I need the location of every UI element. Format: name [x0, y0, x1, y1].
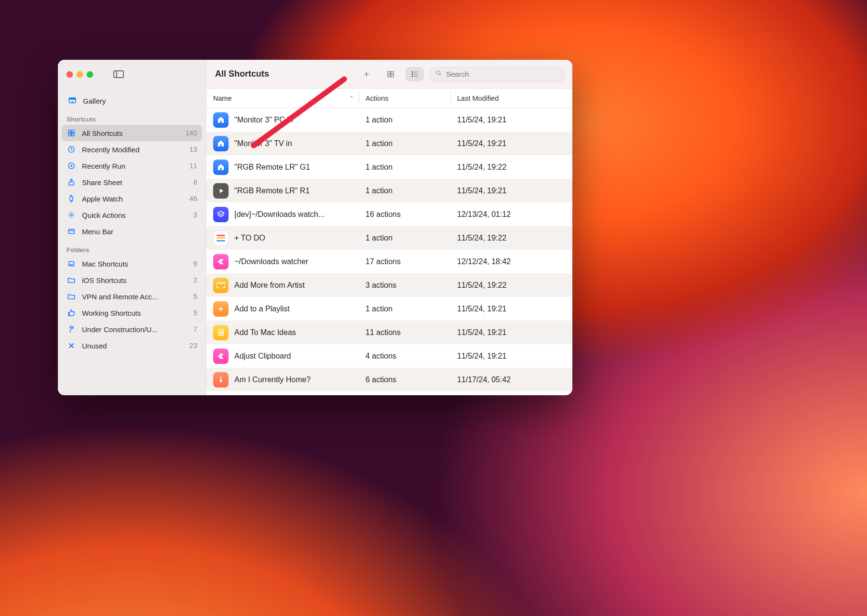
row-name: Adjust Clipboard	[234, 352, 291, 361]
gallery-icon	[68, 96, 77, 106]
sidebar-item-vpn-and-remote-acc[interactable]: VPN and Remote Acc... 5	[62, 288, 202, 305]
table-row[interactable]: Adjust Clipboard 4 actions 11/5/24, 19:2…	[206, 344, 572, 368]
shortcut-icon	[213, 278, 229, 293]
column-header-actions[interactable]: Actions	[359, 89, 450, 107]
row-name: "Monitor 3" PC in	[234, 116, 293, 124]
sidebar-item-count: 3	[193, 211, 197, 219]
shortcut-icon	[213, 348, 229, 364]
sidebar-item-label: Unused	[82, 342, 107, 350]
svg-marker-10	[71, 164, 73, 167]
search-input[interactable]	[446, 70, 559, 78]
row-modified: 11/5/24, 19:21	[450, 328, 572, 337]
shortcut-icon	[213, 372, 229, 388]
gear-icon	[67, 210, 76, 220]
table-row[interactable]: + TO DO 1 action 11/5/24, 19:22	[206, 226, 572, 250]
table-row[interactable]: "RGB Remote LR" G1 1 action 11/5/24, 19:…	[206, 155, 572, 179]
sidebar-item-menu-bar[interactable]: Menu Bar	[62, 223, 202, 240]
row-name: ~/Downloads watcher	[234, 257, 308, 266]
table-row[interactable]: ~/Downloads watcher 17 actions 12/12/24,…	[206, 250, 572, 273]
add-button[interactable]	[357, 67, 376, 81]
svg-point-15	[70, 214, 73, 216]
sidebar-item-ios-shortcuts[interactable]: iOS Shortcuts 2	[62, 272, 202, 288]
row-name: Add to a Playlist	[234, 305, 290, 313]
sidebar-item-unused[interactable]: Unused 23	[62, 337, 202, 354]
column-header-name-label: Name	[213, 94, 232, 102]
row-actions: 11 actions	[359, 328, 450, 337]
sidebar-item-under-construction-u[interactable]: Under Construction/U... 7	[62, 321, 202, 337]
column-header-modified[interactable]: Last Modified	[450, 89, 572, 107]
row-modified: 11/5/24, 19:21	[450, 305, 572, 313]
row-modified: 12/12/24, 18:42	[450, 257, 572, 266]
sidebar-item-recently-run[interactable]: Recently Run 11	[62, 158, 202, 174]
sidebar-item-count: 5	[193, 293, 197, 300]
shortcut-icon	[213, 301, 229, 317]
sidebar-item-recently-modified[interactable]: Recently Modified 13	[62, 141, 202, 158]
svg-rect-14	[70, 201, 72, 202]
table-row[interactable]: Add to a Playlist 1 action 11/5/24, 19:2…	[206, 297, 572, 321]
sidebar-item-working-shortcuts[interactable]: Working Shortcuts 5	[62, 305, 202, 321]
toggle-sidebar-button[interactable]	[113, 70, 124, 78]
svg-rect-25	[388, 71, 390, 74]
sort-ascending-icon: ⌃	[349, 95, 354, 102]
svg-rect-7	[72, 134, 74, 136]
sidebar-item-label: VPN and Remote Acc...	[82, 293, 158, 301]
list-view-button[interactable]	[406, 67, 424, 81]
play-circle-icon	[67, 161, 76, 171]
svg-line-36	[440, 74, 441, 76]
window-traffic-lights	[67, 71, 93, 78]
table-row[interactable]: Add To Mac Ideas 11 actions 11/5/24, 19:…	[206, 321, 572, 344]
window-zoom-button[interactable]	[87, 71, 93, 78]
sidebar-item-apple-watch[interactable]: Apple Watch 46	[62, 190, 202, 207]
folder-icon	[67, 275, 76, 285]
row-modified: 11/17/24, 05:42	[450, 375, 572, 384]
row-modified: 11/5/24, 19:21	[450, 187, 572, 195]
sidebar-item-label: Share Sheet	[82, 178, 122, 187]
table-row[interactable]: "Monitor 3" PC in 1 action 11/5/24, 19:2…	[206, 108, 572, 132]
row-modified: 12/13/24, 01:12	[450, 210, 572, 219]
svg-rect-27	[388, 74, 390, 77]
row-modified: 11/5/24, 19:21	[450, 352, 572, 361]
svg-point-31	[412, 76, 413, 77]
window-close-button[interactable]	[67, 71, 73, 78]
svg-marker-38	[217, 211, 224, 215]
search-icon	[435, 69, 442, 79]
table-row[interactable]: Add More from Artist 3 actions 11/5/24, …	[206, 273, 572, 297]
row-actions: 17 actions	[359, 257, 450, 266]
row-actions: 3 actions	[359, 281, 450, 290]
column-header-name[interactable]: Name ⌃	[206, 89, 359, 107]
table-row[interactable]: "Monitor 3" TV in 1 action 11/5/24, 19:2…	[206, 132, 572, 155]
toolbar: All Shortcuts	[206, 60, 572, 89]
table-row[interactable]: "RGB Remote LR" R1 1 action 11/5/24, 19:…	[206, 179, 572, 202]
window-icon	[67, 227, 76, 236]
shortcut-icon	[213, 254, 229, 269]
table-row[interactable]: Am I Currently Home? 6 actions 11/17/24,…	[206, 368, 572, 391]
grid-view-button[interactable]	[381, 67, 400, 81]
sidebar-item-count: 8	[193, 178, 197, 186]
table-body: "Monitor 3" PC in 1 action 11/5/24, 19:2…	[206, 108, 572, 395]
sidebar-item-count: 5	[193, 309, 197, 317]
svg-rect-1	[69, 98, 76, 100]
row-modified: 11/5/24, 19:21	[450, 139, 572, 148]
sidebar-section-header-shortcuts: Shortcuts	[62, 109, 202, 125]
sidebar-item-gallery[interactable]: Gallery	[62, 93, 202, 109]
sidebar-item-all-shortcuts[interactable]: All Shortcuts 140	[62, 125, 202, 141]
sidebar-item-mac-shortcuts[interactable]: Mac Shortcuts 9	[62, 255, 202, 272]
sidebar: Gallery Shortcuts All Shortcuts 140 Rece…	[58, 60, 206, 395]
row-modified: 11/5/24, 19:22	[450, 234, 572, 242]
shortcut-icon	[213, 160, 229, 175]
desktop: Gallery Shortcuts All Shortcuts 140 Rece…	[0, 0, 867, 616]
row-name: + TO DO	[234, 234, 265, 242]
sidebar-item-count: 23	[190, 342, 197, 349]
shortcut-icon	[213, 230, 229, 246]
search-field[interactable]	[430, 67, 565, 81]
sidebar-item-quick-actions[interactable]: Quick Actions 3	[62, 207, 202, 223]
sidebar-item-label: Working Shortcuts	[82, 309, 141, 317]
window-minimize-button[interactable]	[77, 71, 83, 78]
hammer-icon	[67, 324, 76, 334]
row-name: "Monitor 3" TV in	[234, 139, 292, 148]
svg-line-20	[68, 328, 73, 333]
clock-icon	[67, 145, 76, 154]
sidebar-item-share-sheet[interactable]: Share Sheet 8	[62, 174, 202, 190]
window-titlebar	[58, 60, 206, 89]
table-row[interactable]: [dev]~/Downloads watch... 16 actions 12/…	[206, 202, 572, 226]
